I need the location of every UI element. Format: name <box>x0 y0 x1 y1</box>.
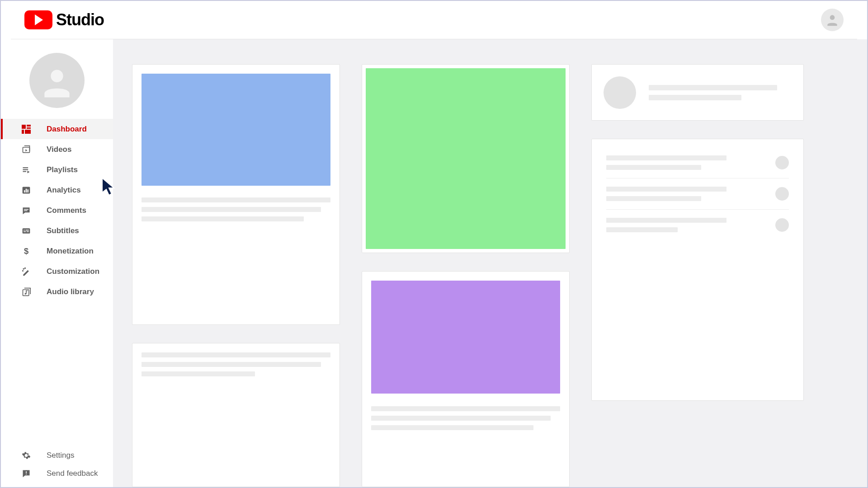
video-thumbnail <box>142 74 330 186</box>
sidebar-item-label: Playlists <box>47 165 78 174</box>
svg-rect-14 <box>28 189 29 192</box>
studio-wordmark: Studio <box>56 10 104 29</box>
sidebar-item-customization[interactable]: Customization <box>1 261 113 282</box>
placeholder-line <box>142 207 321 212</box>
video-thumbnail <box>371 281 560 394</box>
sidebar-item-feedback[interactable]: Send feedback <box>1 465 113 483</box>
sidebar-item-label: Subtitles <box>47 226 79 235</box>
placeholder-line <box>606 218 726 223</box>
svg-text:$: $ <box>24 247 28 256</box>
sidebar-item-label: Comments <box>47 206 86 215</box>
account-avatar[interactable] <box>821 9 844 31</box>
placeholder-line <box>606 165 701 170</box>
sidebar-item-analytics[interactable]: Analytics <box>1 180 113 200</box>
video-card[interactable] <box>132 64 340 325</box>
sidebar-item-monetization[interactable]: $ Monetization <box>1 241 113 261</box>
sidebar-item-label: Dashboard <box>47 125 87 134</box>
youtube-play-icon <box>24 10 52 29</box>
sidebar-item-label: Monetization <box>47 247 94 256</box>
placeholder-line <box>142 197 330 202</box>
list-item[interactable] <box>606 178 789 210</box>
list-item[interactable] <box>606 155 789 178</box>
info-card[interactable] <box>132 343 340 487</box>
analytics-icon <box>21 185 31 195</box>
placeholder-line <box>142 371 255 376</box>
svg-point-0 <box>830 15 835 20</box>
placeholder-line <box>142 216 304 221</box>
feature-card[interactable] <box>362 64 570 253</box>
sidebar-item-label: Audio library <box>47 287 94 296</box>
comments-icon <box>21 206 31 216</box>
layout: Dashboard Videos Playlists Analytics <box>1 39 867 487</box>
svg-point-25 <box>23 270 24 271</box>
video-card[interactable] <box>362 271 570 487</box>
status-dot <box>775 187 789 201</box>
svg-rect-3 <box>27 125 31 127</box>
svg-rect-19 <box>27 231 29 232</box>
status-dot <box>775 218 789 232</box>
customization-icon <box>21 267 31 277</box>
sidebar-nav: Dashboard Videos Playlists Analytics <box>1 119 113 302</box>
svg-rect-28 <box>26 471 27 473</box>
list-item[interactable] <box>606 210 789 240</box>
svg-rect-6 <box>25 130 31 134</box>
channel-summary-card[interactable] <box>591 64 804 121</box>
svg-rect-15 <box>24 209 28 210</box>
svg-point-24 <box>25 267 26 268</box>
svg-rect-2 <box>22 125 26 129</box>
svg-rect-20 <box>24 230 25 230</box>
svg-rect-9 <box>23 169 28 170</box>
activity-list-card <box>591 139 804 401</box>
placeholder-line <box>606 187 726 192</box>
sidebar-item-label: Customization <box>47 267 99 276</box>
svg-rect-29 <box>26 474 27 474</box>
svg-point-1 <box>51 70 63 82</box>
placeholder-line <box>606 227 678 232</box>
svg-rect-8 <box>23 167 28 168</box>
sidebar-item-settings[interactable]: Settings <box>1 446 113 465</box>
channel-avatar[interactable] <box>29 53 85 108</box>
placeholder-line <box>371 416 551 421</box>
feedback-icon <box>21 469 31 479</box>
sidebar-item-videos[interactable]: Videos <box>1 139 113 160</box>
channel-avatar-wrap <box>1 39 113 119</box>
svg-rect-5 <box>22 130 24 134</box>
placeholder-line <box>371 406 560 411</box>
header: Studio <box>11 1 857 39</box>
sidebar-item-subtitles[interactable]: Subtitles <box>1 221 113 241</box>
subtitles-icon <box>21 226 31 236</box>
dashboard-main <box>113 39 867 487</box>
placeholder-line <box>649 95 741 100</box>
svg-rect-12 <box>24 190 25 192</box>
svg-rect-26 <box>23 290 29 296</box>
sidebar-item-comments[interactable]: Comments <box>1 200 113 221</box>
svg-point-23 <box>23 268 24 269</box>
channel-avatar-small <box>604 76 636 109</box>
sidebar-item-label: Send feedback <box>47 469 98 478</box>
sidebar-item-dashboard[interactable]: Dashboard <box>1 119 113 139</box>
dashboard-column-1 <box>132 64 340 487</box>
svg-rect-13 <box>26 188 27 192</box>
placeholder-line <box>142 352 330 357</box>
videos-icon <box>21 145 31 155</box>
placeholder-line <box>649 85 777 90</box>
sidebar-item-playlists[interactable]: Playlists <box>1 160 113 180</box>
channel-summary-text <box>649 85 792 100</box>
sidebar-item-label: Settings <box>47 451 74 460</box>
sidebar-item-label: Videos <box>47 145 71 154</box>
dashboard-column-3 <box>591 64 804 487</box>
placeholder-line <box>142 362 321 367</box>
audio-library-icon <box>21 287 31 297</box>
sidebar-item-label: Analytics <box>47 186 81 195</box>
monetization-icon: $ <box>21 246 31 256</box>
playlists-icon <box>21 165 31 175</box>
sidebar-item-audio-library[interactable]: Audio library <box>1 282 113 302</box>
placeholder-line <box>606 155 726 160</box>
svg-rect-10 <box>23 171 27 172</box>
feature-thumbnail <box>366 68 566 249</box>
sidebar: Dashboard Videos Playlists Analytics <box>1 39 113 487</box>
studio-logo[interactable]: Studio <box>24 10 104 29</box>
status-dot <box>775 156 789 169</box>
dashboard-icon <box>21 124 31 134</box>
sidebar-footer: Settings Send feedback <box>1 446 113 487</box>
